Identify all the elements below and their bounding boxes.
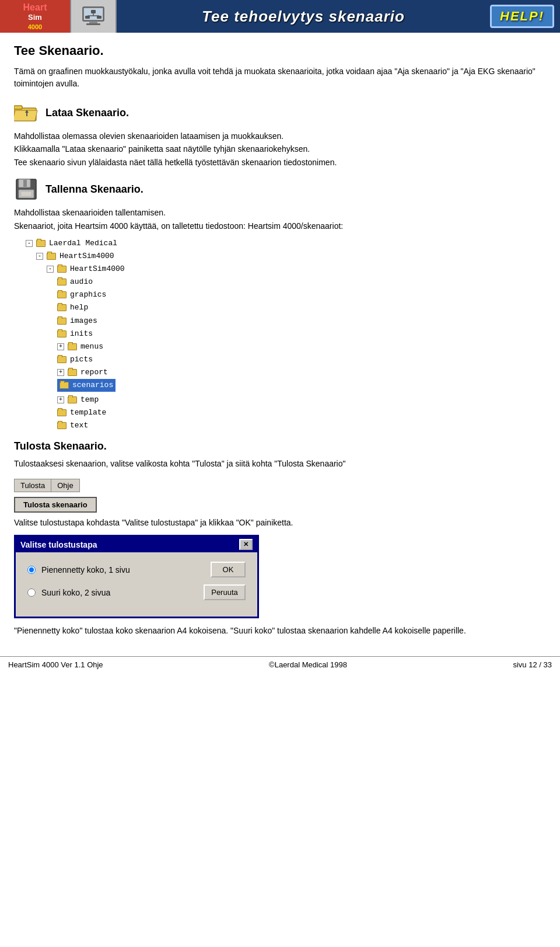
tree-heartsim-level1[interactable]: - HeartSim4000 (36, 250, 546, 263)
menu-tulosta[interactable]: Tulosta (15, 479, 51, 492)
tulosta-title: Tulosta Skenaario. (14, 440, 107, 452)
tulosta-text-2: Valitse tulostustapa kohdasta "Valitse t… (14, 516, 546, 529)
tree-label-laerdal: Laerdal Medical (49, 237, 117, 250)
tree-expand-root[interactable]: - (26, 240, 33, 247)
main-content: Tee Skenaario. Tämä on graafinen muokkau… (0, 33, 560, 648)
folder-text-icon (57, 422, 66, 429)
intro-text: Tämä on graafinen muokkaustyökalu, jonka… (14, 65, 546, 90)
page-title: Tee Skenaario. (14, 43, 546, 58)
header-title: Tee tehoelvytys skenaario (202, 8, 405, 26)
tree-heartsim-level2[interactable]: - HeartSim4000 (47, 263, 546, 276)
folder-heartsim2 (57, 266, 66, 273)
tree-label-help: help (70, 301, 88, 314)
tallenna-title: Tallenna Skenaario. (46, 183, 144, 196)
menu-bar: Tulosta Ohje (14, 479, 80, 492)
folder-laerdal (36, 240, 46, 247)
tree-level1-row: - HeartSim4000 - HeartSim4000 audio (36, 250, 546, 432)
lataa-icon (14, 100, 38, 125)
footer-version: HeartSim 4000 Ver 1.1 Ohje (8, 660, 103, 669)
folder-report-icon (68, 369, 77, 376)
tulosta-text-1: Tulostaaksesi skenaarion, valitse valiko… (14, 457, 546, 470)
tree-expand-report[interactable]: + (57, 369, 64, 376)
tree-label-picts: picts (70, 353, 93, 366)
tree-folder-picts[interactable]: picts (57, 353, 546, 366)
dialog-valitse-tulostustapa: Valitse tulostustapa ✕ Pienennetty koko,… (14, 535, 259, 618)
svg-rect-17 (23, 180, 27, 187)
svg-rect-14 (26, 113, 27, 116)
tallenna-section-header: Tallenna Skenaario. (14, 177, 546, 201)
cancel-button[interactable]: Peruuta (204, 584, 246, 600)
menu-ohje[interactable]: Ohje (51, 479, 79, 492)
tree-folder-temp[interactable]: + temp (57, 394, 546, 406)
tree-label-heartsim2: HeartSim4000 (70, 263, 125, 276)
lataa-text-2: Klikkaamalla "Lataa skenaario" painikett… (14, 142, 546, 155)
tree-folder-menus[interactable]: + menus (57, 340, 546, 353)
tree-folder-graphics[interactable]: graphics (57, 288, 546, 301)
lataa-title: Lataa Skenaario. (46, 107, 129, 119)
tree-expand-menus[interactable]: + (57, 343, 64, 350)
folder-heartsim1 (47, 253, 56, 260)
folder-temp-icon (68, 396, 77, 403)
lataa-text-3: Tee skenaario sivun ylälaidasta näet täl… (14, 156, 546, 169)
bottom-note: "Pienennetty koko" tulostaa koko skenaar… (14, 624, 546, 637)
tree-expand-level2[interactable]: - (47, 266, 54, 273)
tree-folder-template[interactable]: template (57, 406, 546, 419)
tulosta-skenaario-button[interactable]: Tulosta skenaario (14, 497, 97, 513)
tree-folder-audio[interactable]: audio (57, 276, 546, 288)
radio-large[interactable] (27, 589, 36, 597)
tree-folder-scenarios[interactable]: scenarios (57, 379, 116, 392)
tulosta-section-header: Tulosta Skenaario. (14, 440, 546, 452)
svg-rect-19 (21, 192, 32, 196)
radio-row-2: Suuri koko, 2 sivua Peruuta (27, 584, 246, 600)
tree-label-heartsim1: HeartSim4000 (60, 250, 114, 263)
radio-small[interactable] (27, 566, 36, 574)
folder-help-icon (57, 304, 66, 311)
tree-expand-temp[interactable]: + (57, 396, 64, 403)
lataa-section-header: Lataa Skenaario. (14, 100, 546, 125)
tree-level2-row: - HeartSim4000 audio graphics (47, 263, 546, 432)
tree-subfolders: audio graphics help images (57, 276, 546, 432)
footer: HeartSim 4000 Ver 1.1 Ohje ©Laerdal Medi… (0, 656, 560, 673)
tree-label-images: images (70, 315, 97, 328)
tree-label-audio: audio (70, 276, 93, 288)
tree-label-inits: inits (70, 328, 93, 340)
monitor-icon (80, 4, 106, 29)
header-icon-area (70, 0, 117, 33)
tallenna-text-2: Skenaariot, joita Heartsim 4000 käyttää,… (14, 220, 546, 232)
ok-button[interactable]: OK (211, 562, 246, 577)
dialog-titlebar: Valitse tulostustapa ✕ (16, 537, 257, 552)
tree-folder-inits[interactable]: inits (57, 328, 546, 340)
lataa-body: Mahdollistaa olemassa olevien skenaarioi… (14, 130, 546, 169)
dialog-title: Valitse tulostustapa (20, 540, 97, 549)
folder-images-icon (57, 318, 66, 325)
header: Heart Sim 4000 Tee tehoelvytys skenaario… (0, 0, 560, 33)
tree-label-menus: menus (80, 340, 103, 353)
tree-label-graphics: graphics (70, 288, 106, 301)
dialog-body: Pienennetty koko, 1 sivu OK Suuri koko, … (16, 552, 257, 617)
tree-root[interactable]: - Laerdal Medical (26, 237, 546, 250)
svg-rect-2 (89, 21, 97, 23)
lataa-text-1: Mahdollistaa olemassa olevien skenaarioi… (14, 130, 546, 142)
tree-label-scenarios: scenarios (72, 379, 113, 392)
header-title-area: Tee tehoelvytys skenaario (117, 8, 490, 26)
radio-row-1: Pienennetty koko, 1 sivu OK (27, 562, 246, 577)
footer-copyright: ©Laerdal Medical 1998 (269, 660, 347, 669)
tree-folder-text[interactable]: text (57, 419, 546, 432)
tree-folder-help[interactable]: help (57, 301, 546, 314)
header-help[interactable]: HELP! (490, 5, 554, 28)
floppy-disk-icon (15, 178, 37, 200)
folder-scenarios-icon (60, 382, 69, 389)
folder-graphics-icon (57, 291, 66, 298)
tree-folder-report[interactable]: + report (57, 366, 546, 379)
dialog-close-button[interactable]: ✕ (239, 539, 253, 550)
folder-template-icon (57, 409, 66, 416)
folder-menus-icon (68, 343, 77, 350)
tree-label-temp: temp (80, 394, 99, 406)
svg-rect-4 (91, 10, 96, 13)
footer-page: sivu 12 / 33 (513, 660, 552, 669)
open-folder-icon (14, 102, 38, 123)
tree-expand-level1[interactable]: - (36, 253, 43, 260)
tree-folder-images[interactable]: images (57, 315, 546, 328)
tree-label-report: report (80, 366, 108, 379)
svg-rect-3 (86, 23, 100, 25)
